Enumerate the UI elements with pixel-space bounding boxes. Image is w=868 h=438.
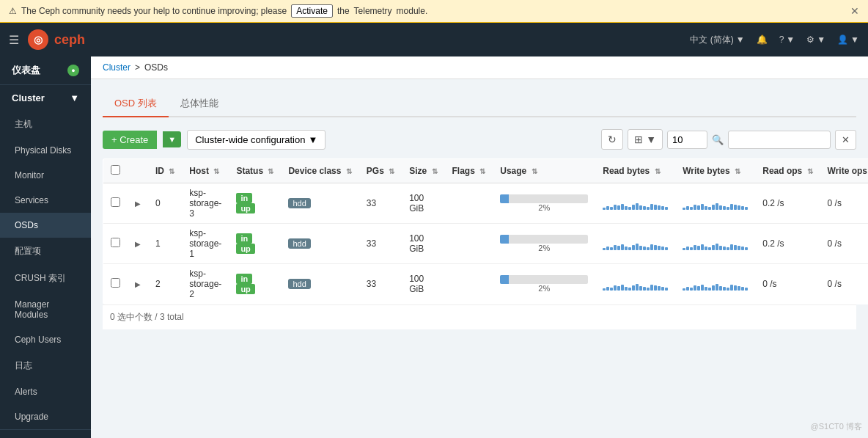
row-checkbox-2[interactable] (111, 278, 120, 288)
sort-flags-icon[interactable]: ⇅ (479, 167, 485, 175)
sidebar-item-storage[interactable]: 存储池 (0, 430, 91, 438)
usage-text-2: 2% (500, 284, 588, 293)
cell-read-bytes-1 (595, 224, 675, 264)
sidebar-item-alerts[interactable]: Alerts (0, 379, 91, 404)
sidebar-item-logs[interactable]: 日志 (0, 352, 91, 379)
col-header-expand (128, 159, 148, 183)
col-header-device-class: Device class ⇅ (281, 159, 358, 183)
help-chevron: ▼ (786, 34, 795, 45)
sidebar-item-manager-modules[interactable]: Manager Modules (0, 292, 91, 327)
sidebar-item-config[interactable]: 配置项 (0, 238, 91, 265)
cell-status-1: in up (229, 224, 281, 264)
usage-bar-bg-0 (500, 194, 588, 203)
cell-id-1: 1 (148, 224, 182, 264)
sidebar-item-upgrade[interactable]: Upgrade (0, 404, 91, 429)
read-bytes-visual-0 (603, 197, 668, 210)
sort-size-icon[interactable]: ⇅ (432, 167, 438, 175)
cell-write-bytes-1 (675, 224, 755, 264)
help-menu[interactable]: ? ▼ (779, 34, 795, 45)
sidebar-item-osds[interactable]: OSDs (0, 213, 91, 238)
sort-status-icon[interactable]: ⇅ (268, 167, 273, 175)
notifications-icon[interactable]: 🔔 (757, 34, 768, 45)
sort-read-ops-icon[interactable]: ⇅ (807, 167, 813, 175)
col-header-write-ops: Write ops ⇅ (820, 159, 868, 183)
page-size-input[interactable] (667, 131, 707, 149)
toolbar: + Create ▼ Cluster-wide configuration ▼ … (103, 129, 856, 150)
sort-usage-icon[interactable]: ⇅ (532, 167, 537, 175)
breadcrumb-current: OSDs (144, 62, 168, 73)
breadcrumb-parent[interactable]: Cluster (103, 62, 130, 73)
sidebar-item-monitor[interactable]: Monitor (0, 163, 91, 188)
select-all-checkbox[interactable] (111, 165, 120, 175)
cell-write-bytes-2 (675, 264, 755, 304)
row-checkbox-0[interactable] (111, 197, 120, 207)
cell-host-1: ksp-storage-1 (182, 224, 229, 264)
sort-read-bytes-icon[interactable]: ⇅ (655, 167, 661, 175)
config-button[interactable]: Cluster-wide configuration ▼ (187, 130, 326, 150)
dashboard-label: 仪表盘 (12, 64, 40, 77)
settings-menu[interactable]: ⚙ ▼ (806, 34, 825, 45)
sidebar-item-dashboard[interactable]: 仪表盘 ● (0, 56, 91, 84)
sidebar-item-ceph-users[interactable]: Ceph Users (0, 327, 91, 352)
sort-write-bytes-icon[interactable]: ⇅ (735, 167, 740, 175)
expand-icon-1[interactable]: ▶ (135, 240, 141, 248)
cell-id-0: 0 (148, 183, 182, 224)
cell-flags-1 (445, 224, 493, 264)
write-bytes-visual-0 (683, 197, 748, 210)
cell-size-2: 100 GiB (402, 264, 444, 304)
brand: ◎ ceph (28, 29, 85, 50)
tab-overall-perf[interactable]: 总体性能 (169, 91, 230, 117)
cell-write-ops-2: 0 /s (820, 264, 868, 304)
cell-size-0: 100 GiB (402, 183, 444, 224)
search-input[interactable] (728, 131, 831, 149)
usage-bar-fill-1 (500, 235, 509, 244)
cell-flags-2 (445, 264, 493, 304)
user-menu[interactable]: 👤 ▼ (837, 34, 859, 45)
row-check-2 (103, 264, 128, 304)
hamburger-icon[interactable]: ☰ (9, 33, 19, 47)
row-checkbox-1[interactable] (111, 238, 120, 247)
activate-button[interactable]: Activate (291, 4, 333, 18)
badge-up-2: up (236, 284, 254, 294)
col-header-read-ops: Read ops ⇅ (755, 159, 820, 183)
search-clear-button[interactable]: ✕ (835, 130, 856, 150)
badge-in-2: in (236, 274, 252, 284)
row-expand-1: ▶ (128, 224, 148, 264)
sort-host-icon[interactable]: ⇅ (213, 167, 219, 175)
table-footer: 0 选中个数 / 3 total (103, 304, 856, 329)
user-icon: 👤 (837, 34, 848, 45)
sidebar-item-cluster[interactable]: Cluster ▼ (0, 85, 91, 111)
sort-device-class-icon[interactable]: ⇅ (346, 167, 352, 175)
col-header-write-bytes: Write bytes ⇅ (675, 159, 755, 183)
tab-osd-list[interactable]: OSD 列表 (103, 91, 169, 117)
warning-icon: ⚠ (9, 6, 17, 16)
search-icon: 🔍 (712, 134, 724, 145)
grid-view-button[interactable]: ⊞ ▼ (628, 129, 663, 150)
sidebar-item-physical-disks[interactable]: Physical Disks (0, 138, 91, 163)
cell-write-bytes-0 (675, 183, 755, 224)
refresh-button[interactable]: ↻ (601, 129, 623, 150)
expand-icon-2[interactable]: ▶ (135, 280, 141, 288)
sidebar-item-crush[interactable]: CRUSH 索引 (0, 265, 91, 292)
warning-before: The Ceph community needs your help to co… (21, 6, 287, 16)
warning-after: the (337, 6, 350, 16)
create-button[interactable]: + Create (103, 131, 157, 149)
cell-status-2: in up (229, 264, 281, 304)
cell-flags-0 (445, 183, 493, 224)
cell-read-bytes-0 (595, 183, 675, 224)
sidebar-item-hosts[interactable]: 主机 (0, 111, 91, 138)
warning-close-button[interactable]: ✕ (850, 5, 859, 17)
expand-icon-0[interactable]: ▶ (135, 200, 141, 208)
usage-bar-fill-2 (500, 275, 509, 284)
usage-bar-bg-1 (500, 235, 588, 244)
create-caret-button[interactable]: ▼ (163, 131, 181, 147)
cell-device-class-1: hdd (281, 224, 358, 264)
sidebar-item-services[interactable]: Services (0, 188, 91, 213)
badge-up-1: up (236, 244, 254, 254)
badge-in-0: in (236, 193, 252, 203)
sort-id-icon[interactable]: ⇅ (169, 167, 174, 175)
language-selector[interactable]: 中文 (简体) ▼ (690, 34, 744, 46)
sort-pgs-icon[interactable]: ⇅ (389, 167, 394, 175)
row-expand-2: ▶ (128, 264, 148, 304)
lang-chevron: ▼ (736, 34, 745, 45)
